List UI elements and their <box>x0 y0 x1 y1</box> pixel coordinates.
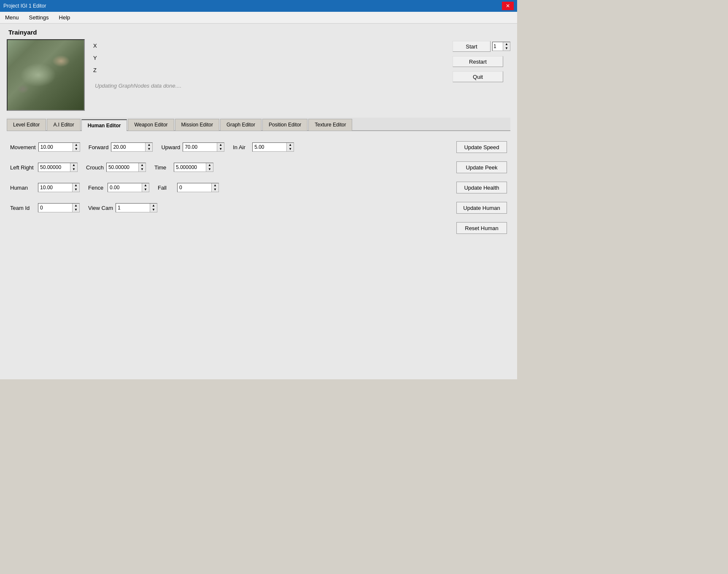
inair-spin-up[interactable]: ▲ <box>287 143 294 147</box>
menu-item-menu[interactable]: Menu <box>3 13 21 21</box>
inair-spinner[interactable]: ▲ ▼ <box>252 142 294 152</box>
fall-input[interactable] <box>178 183 211 192</box>
leftright-input[interactable] <box>38 163 70 172</box>
x-label: X <box>93 43 102 49</box>
viewcam-spin-down[interactable]: ▼ <box>150 208 157 212</box>
viewcam-label: View Cam <box>88 205 113 211</box>
start-spin-up[interactable]: ▲ <box>503 42 510 46</box>
inair-label: In Air <box>233 144 250 150</box>
tab-ai-editor[interactable]: A.I Editor <box>47 119 80 131</box>
fence-spin-down[interactable]: ▼ <box>142 188 149 192</box>
time-spinner[interactable]: ▲ ▼ <box>174 163 213 172</box>
movement-spinner[interactable]: ▲ ▼ <box>38 142 80 152</box>
reset-human-button[interactable]: Reset Human <box>456 222 507 234</box>
start-spin-down[interactable]: ▼ <box>503 46 510 51</box>
forward-input[interactable] <box>111 143 145 151</box>
coord-x-row: X <box>93 43 444 49</box>
start-spinner[interactable]: ▲ ▼ <box>492 42 510 51</box>
viewcam-group: View Cam ▲ ▼ <box>88 203 157 212</box>
fence-input[interactable] <box>108 183 142 192</box>
tab-position-editor[interactable]: Position Editor <box>262 119 307 131</box>
upward-spin-up[interactable]: ▲ <box>217 143 224 147</box>
fence-spin-up[interactable]: ▲ <box>142 183 149 188</box>
inair-group: In Air ▲ ▼ <box>233 142 294 152</box>
movement-spin-down[interactable]: ▼ <box>73 147 80 151</box>
fall-spinner[interactable]: ▲ ▼ <box>177 183 219 192</box>
start-button[interactable]: Start <box>453 41 491 52</box>
update-speed-button[interactable]: Update Speed <box>456 141 507 153</box>
menu-bar: Menu Settings Help <box>0 12 517 24</box>
y-label: Y <box>93 55 102 61</box>
update-health-button[interactable]: Update Health <box>456 182 507 193</box>
restart-button[interactable]: Restart <box>453 56 503 67</box>
teamid-label: Team Id <box>10 205 35 211</box>
upward-group: Upward ▲ ▼ <box>161 142 224 152</box>
buttons-section: Start ▲ ▼ Restart Quit <box>453 39 510 82</box>
tab-texture-editor[interactable]: Texture Editor <box>308 119 352 131</box>
fence-spinner[interactable]: ▲ ▼ <box>108 183 149 192</box>
human-input[interactable] <box>38 183 72 192</box>
upward-spin-down[interactable]: ▼ <box>217 147 224 151</box>
time-input[interactable] <box>174 163 206 172</box>
update-peek-button[interactable]: Update Peek <box>456 161 507 173</box>
viewcam-spinner[interactable]: ▲ ▼ <box>116 203 157 212</box>
leftright-spin-up[interactable]: ▲ <box>70 163 77 167</box>
editor-row-3: Human ▲ ▼ Fence ▲ ▼ <box>10 182 507 193</box>
movement-input[interactable] <box>39 143 73 151</box>
human-spin-up[interactable]: ▲ <box>73 183 79 188</box>
teamid-spin-up[interactable]: ▲ <box>73 204 79 208</box>
fall-spin-down[interactable]: ▼ <box>212 188 218 192</box>
tab-level-editor[interactable]: Level Editor <box>7 119 46 131</box>
teamid-spinner[interactable]: ▲ ▼ <box>38 203 80 212</box>
coord-y-row: Y <box>93 55 444 61</box>
update-human-button[interactable]: Update Human <box>456 202 507 214</box>
menu-item-help[interactable]: Help <box>57 13 72 21</box>
start-value-input[interactable] <box>493 42 503 51</box>
tab-weapon-editor[interactable]: Weapon Editor <box>128 119 174 131</box>
main-content: Trainyard X Y Z Updating GraphNodes data… <box>0 24 517 379</box>
crouch-spin-up[interactable]: ▲ <box>139 163 146 167</box>
inair-spin-down[interactable]: ▼ <box>287 147 294 151</box>
fall-spin-up[interactable]: ▲ <box>212 183 218 188</box>
leftright-spin-down[interactable]: ▼ <box>70 167 77 172</box>
leftright-spinner[interactable]: ▲ ▼ <box>38 163 78 172</box>
inair-input[interactable] <box>253 143 286 151</box>
menu-item-settings[interactable]: Settings <box>27 13 51 21</box>
time-label: Time <box>154 164 171 171</box>
z-label: Z <box>93 67 102 73</box>
crouch-input[interactable] <box>107 163 138 172</box>
fence-label: Fence <box>88 185 105 191</box>
upward-input[interactable] <box>183 143 217 151</box>
map-thumbnail <box>7 39 85 111</box>
teamid-input[interactable] <box>38 204 72 212</box>
time-spin-up[interactable]: ▲ <box>206 163 213 167</box>
forward-spin-up[interactable]: ▲ <box>146 143 152 147</box>
crouch-spinner[interactable]: ▲ ▼ <box>106 163 146 172</box>
quit-button[interactable]: Quit <box>453 71 503 82</box>
human-group: Human ▲ ▼ <box>10 183 80 192</box>
coord-z-row: Z <box>93 67 444 73</box>
start-spinner-buttons: ▲ ▼ <box>503 42 510 51</box>
tab-human-editor[interactable]: Human Editor <box>81 119 127 131</box>
movement-spin-up[interactable]: ▲ <box>73 143 80 147</box>
crouch-label: Crouch <box>86 164 104 171</box>
time-spin-down[interactable]: ▼ <box>206 167 213 172</box>
editor-row-2: Left Right ▲ ▼ Crouch ▲ ▼ <box>10 161 507 173</box>
forward-spin-down[interactable]: ▼ <box>146 147 152 151</box>
coords-section: X Y Z Updating GraphNodes data done.... <box>93 39 444 89</box>
viewcam-input[interactable] <box>116 204 150 212</box>
upward-spinner[interactable]: ▲ ▼ <box>183 142 224 152</box>
crouch-spin-down[interactable]: ▼ <box>139 167 146 172</box>
viewcam-spin-up[interactable]: ▲ <box>150 204 157 208</box>
fall-group: Fall ▲ ▼ <box>158 183 219 192</box>
human-spinner[interactable]: ▲ ▼ <box>38 183 80 192</box>
human-spin-down[interactable]: ▼ <box>73 188 79 192</box>
teamid-spin-down[interactable]: ▼ <box>73 208 79 212</box>
close-button[interactable]: ✕ <box>502 2 514 10</box>
tab-graph-editor[interactable]: Graph Editor <box>220 119 262 131</box>
movement-label: Movement <box>10 144 36 150</box>
title-bar: Project IGI 1 Editor ✕ <box>0 0 517 12</box>
forward-spinner[interactable]: ▲ ▼ <box>111 142 153 152</box>
tab-mission-editor[interactable]: Mission Editor <box>175 119 219 131</box>
forward-label: Forward <box>89 144 109 150</box>
